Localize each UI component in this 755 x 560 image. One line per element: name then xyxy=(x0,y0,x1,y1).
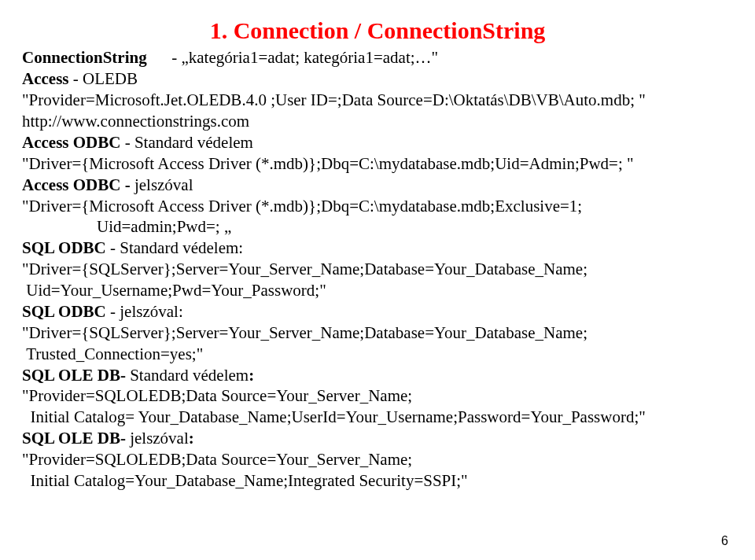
access-oledb-heading: Access - OLEDB xyxy=(22,68,733,90)
sql-oledb-bold: SQL OLE DB xyxy=(22,366,120,385)
sql-odbc-pw-tail: - jelszóval: xyxy=(106,302,183,321)
connectionstrings-url: http://www.connectionstrings.com xyxy=(22,111,733,132)
access-odbc-pw-bold: Access ODBC - xyxy=(22,175,134,194)
sql-odbc-password-connstr1: "Driver={SQLServer};Server=Your_Server_N… xyxy=(22,322,733,344)
sql-oledb-colon: : xyxy=(249,366,254,385)
access-odbc-standard-connstr: "Driver={Microsoft Access Driver (*.mdb)… xyxy=(22,153,733,175)
access-odbc-password-connstr1: "Driver={Microsoft Access Driver (*.mdb)… xyxy=(22,196,733,217)
sql-odbc-password-connstr2: Trusted_Connection=yes;" xyxy=(22,344,733,365)
sql-odbc-standard-connstr1: "Driver={SQLServer};Server=Your_Server_N… xyxy=(22,259,733,280)
sql-oledb-standard-text: Standard védelem xyxy=(130,366,249,385)
connectionstring-value: - „kategória1=adat; kategória1=adat;…" xyxy=(147,48,438,67)
sql-oledb-password-heading: SQL OLE DB- jelszóval: xyxy=(22,428,733,449)
access-odbc-standard-heading: Access ODBC - Standard védelem xyxy=(22,132,733,153)
connectionstring-label: ConnectionString xyxy=(22,48,147,67)
access-bold: Access xyxy=(22,69,68,88)
sql-oledb-pw-colon: : xyxy=(189,429,194,448)
sql-oledb-dash: - xyxy=(120,366,130,385)
sql-oledb-pw-dash: - xyxy=(120,429,130,448)
access-odbc-bold: Access ODBC xyxy=(22,133,120,152)
sql-oledb-pw-bold: SQL OLE DB xyxy=(22,429,120,448)
connectionstring-line: ConnectionString - „kategória1=adat; kat… xyxy=(22,47,733,68)
sql-oledb-standard-connstr1: "Provider=SQLOLEDB;Data Source=Your_Serv… xyxy=(22,385,733,407)
access-oledb-connstr: "Provider=Microsoft.Jet.OLEDB.4.0 ;User … xyxy=(22,90,733,111)
page-number: 6 xyxy=(721,533,728,549)
sql-oledb-password-connstr1: "Provider=SQLOLEDB;Data Source=Your_Serv… xyxy=(22,449,733,470)
sql-oledb-standard-heading: SQL OLE DB- Standard védelem: xyxy=(22,365,733,386)
sql-odbc-pw-bold: SQL ODBC xyxy=(22,302,106,321)
access-odbc-password-heading: Access ODBC - jelszóval xyxy=(22,175,733,196)
page-title: 1. Connection / ConnectionString xyxy=(22,16,733,46)
access-odbc-password-connstr2: Uid=admin;Pwd=; „ xyxy=(22,216,733,238)
access-odbc-tail: - Standard védelem xyxy=(120,133,253,152)
sql-oledb-password-connstr2: Initial Catalog=Your_Database_Name;Integ… xyxy=(22,470,733,492)
sql-oledb-pw-text: jelszóval xyxy=(130,429,189,448)
sql-odbc-standard-connstr2: Uid=Your_Username;Pwd=Your_Password;" xyxy=(22,280,733,301)
sql-odbc-tail: - Standard védelem: xyxy=(106,238,243,257)
sql-odbc-standard-heading: SQL ODBC - Standard védelem: xyxy=(22,238,733,259)
sql-odbc-bold: SQL ODBC xyxy=(22,238,106,257)
oledb-tail: - OLEDB xyxy=(68,69,138,88)
sql-odbc-password-heading: SQL ODBC - jelszóval: xyxy=(22,301,733,322)
sql-oledb-standard-connstr2: Initial Catalog= Your_Database_Name;User… xyxy=(22,407,733,428)
access-odbc-pw-tail: jelszóval xyxy=(134,175,193,194)
